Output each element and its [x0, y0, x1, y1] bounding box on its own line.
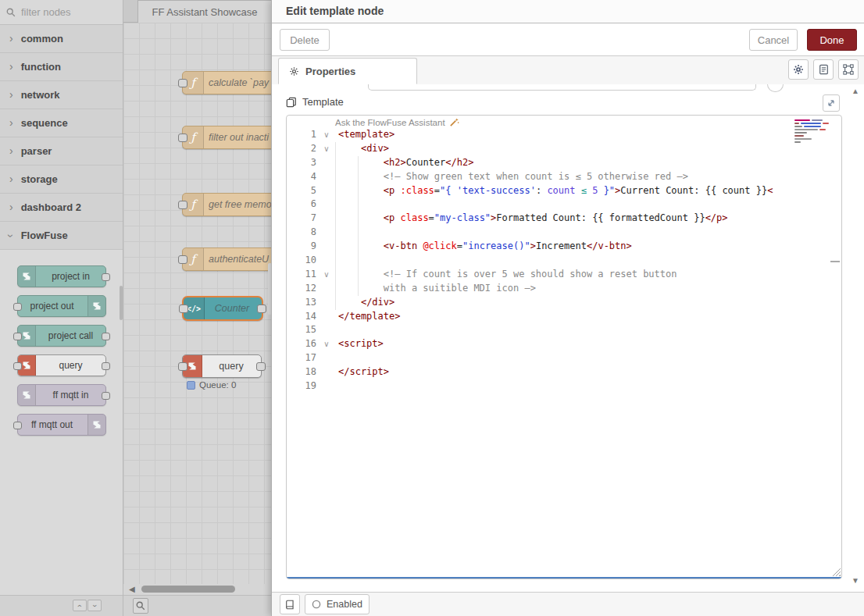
book-icon	[285, 600, 295, 610]
code-line: 14</template>	[287, 310, 841, 324]
editor-focus-underline	[287, 577, 841, 579]
token: :	[536, 185, 547, 196]
expand-editor-button[interactable]	[823, 94, 840, 112]
code-line: 8	[287, 226, 841, 240]
input-port[interactable]	[179, 304, 188, 313]
dialog-footer: Enabled	[272, 592, 864, 616]
palette-category-flowfuse[interactable]: ›FlowFuse	[0, 222, 123, 250]
palette-flowfuse-nodes: project inproject outproject callqueryff…	[0, 250, 123, 436]
input-port[interactable]	[178, 201, 187, 209]
code-editor[interactable]: Ask the FlowFuse Assistant 1∨<template>2…	[286, 115, 842, 579]
fold-arrow-icon[interactable]: ∨	[320, 142, 334, 156]
line-number: 15	[287, 323, 320, 337]
flowfuse-icon	[21, 331, 32, 340]
palette-category-sequence[interactable]: ›sequence	[0, 109, 123, 137]
node-port	[13, 362, 22, 370]
node-description-button[interactable]	[813, 59, 834, 80]
node-port	[102, 273, 110, 281]
delete-button[interactable]: Delete	[280, 29, 330, 51]
palette-node-query[interactable]: query	[17, 354, 106, 376]
input-port[interactable]	[178, 362, 187, 371]
output-port[interactable]	[257, 304, 266, 313]
code-line: 2∨ <div>	[287, 142, 841, 156]
flow-tab[interactable]: FF Assistant Showcase	[137, 0, 272, 23]
zoom-search-button[interactable]	[133, 598, 148, 614]
palette-category-parser[interactable]: ›parser	[0, 137, 123, 166]
palette-search[interactable]	[0, 0, 123, 25]
palette-category-common[interactable]: ›common	[0, 25, 123, 53]
cancel-button[interactable]: Cancel	[749, 29, 798, 51]
token: <v-btn	[384, 240, 417, 251]
canvas-hscrollbar[interactable]: ◀	[123, 584, 272, 595]
flow-node-query[interactable]: query	[182, 354, 262, 378]
palette-node-project-in[interactable]: project in	[17, 265, 106, 287]
palette-node-ff-mqtt-in[interactable]: ff mqtt in	[17, 384, 106, 406]
hscroll-thumb[interactable]	[141, 586, 235, 593]
palette-filter-input[interactable]	[20, 5, 116, 19]
code-content: <v-btn @click="increase()">Increment</v-…	[334, 240, 632, 254]
flow-node-authenticateu[interactable]: ƒauthenticateU	[182, 247, 272, 271]
token: with a suitible MDI icon —>	[384, 283, 536, 294]
dialog-title: Edit template node	[286, 5, 384, 17]
palette-node-project-call[interactable]: project call	[17, 325, 106, 347]
token: class	[400, 212, 428, 223]
code-content: <p :class="{ 'text-success': count ≤ 5 }…	[334, 184, 773, 198]
flow-node-calculate-pay[interactable]: ƒcalculate `pay	[182, 71, 272, 94]
scrolled-field-remnant	[368, 84, 756, 91]
fold-spacer	[320, 351, 334, 365]
line-number: 18	[287, 365, 320, 379]
flow-node-filter-out-inacti[interactable]: ƒfilter out inacti	[182, 126, 272, 149]
token	[338, 171, 384, 182]
fold-arrow-icon[interactable]: ∨	[320, 337, 334, 351]
code-lines[interactable]: 1∨<template>2∨ <div>3 <h2>Counter</h2>4 …	[287, 128, 841, 393]
fold-spacer	[320, 170, 334, 184]
dialog-header: Edit template node	[272, 0, 864, 23]
input-port[interactable]	[178, 79, 187, 87]
output-port[interactable]	[256, 362, 266, 371]
code-line: 10	[287, 254, 841, 268]
fold-spacer	[320, 365, 334, 379]
palette-category-function[interactable]: ›function	[0, 53, 123, 81]
palette-node-project-out[interactable]: project out	[17, 295, 106, 317]
fold-arrow-icon[interactable]: ∨	[320, 128, 334, 142]
editor-resize-handle[interactable]	[832, 568, 841, 576]
expand-all-button[interactable]: ›	[87, 600, 102, 611]
enabled-toggle-label: Enabled	[327, 599, 362, 610]
line-number: 11	[287, 268, 320, 282]
node-label: Counter	[204, 297, 260, 319]
palette-category-storage[interactable]: ›storage	[0, 166, 123, 194]
chevron-down-icon: ›	[91, 604, 98, 607]
token: <h2>	[384, 157, 406, 168]
token: <script>	[338, 338, 384, 349]
docs-button[interactable]	[280, 594, 300, 614]
input-port[interactable]	[178, 255, 187, 264]
node-appearance-button[interactable]	[838, 59, 859, 80]
assistant-hint[interactable]: Ask the FlowFuse Assistant	[335, 116, 459, 128]
tab-properties[interactable]: Properties	[278, 58, 417, 84]
enabled-toggle[interactable]: Enabled	[305, 594, 370, 614]
flow-canvas[interactable]: ƒcalculate `payƒfilter out inactiƒget fr…	[123, 23, 272, 584]
palette-scrollbar-thumb[interactable]	[120, 286, 123, 320]
token: count	[547, 185, 575, 196]
line-number: 16	[287, 337, 320, 351]
scroll-left-icon[interactable]: ◀	[129, 585, 135, 593]
node-label: filter out inacti	[209, 126, 269, 148]
function-glyph: ƒ	[191, 198, 195, 212]
fold-arrow-icon[interactable]: ∨	[320, 268, 334, 282]
palette-category-network[interactable]: ›network	[0, 81, 123, 109]
palette-category-dashboard-2[interactable]: ›dashboard 2	[0, 194, 123, 222]
token	[338, 283, 384, 294]
code-line: 18</script>	[287, 365, 841, 379]
input-port[interactable]	[178, 134, 187, 142]
palette-node-ff-mqtt-out[interactable]: ff mqtt out	[17, 414, 106, 436]
scroll-down-icon[interactable]: ▼	[852, 576, 859, 585]
collapse-all-button[interactable]: ›	[73, 600, 87, 611]
palette-node-label: ff mqtt out	[18, 415, 87, 435]
file-text-icon	[819, 64, 829, 75]
done-button[interactable]: Done	[807, 29, 857, 51]
token: }"	[598, 185, 615, 196]
scroll-up-icon[interactable]: ▲	[852, 87, 859, 95]
flow-node-counter[interactable]: </>Counter	[182, 296, 263, 321]
node-settings-button[interactable]	[788, 59, 809, 80]
flow-node-get-free-memo[interactable]: ƒget free memo	[182, 193, 272, 216]
